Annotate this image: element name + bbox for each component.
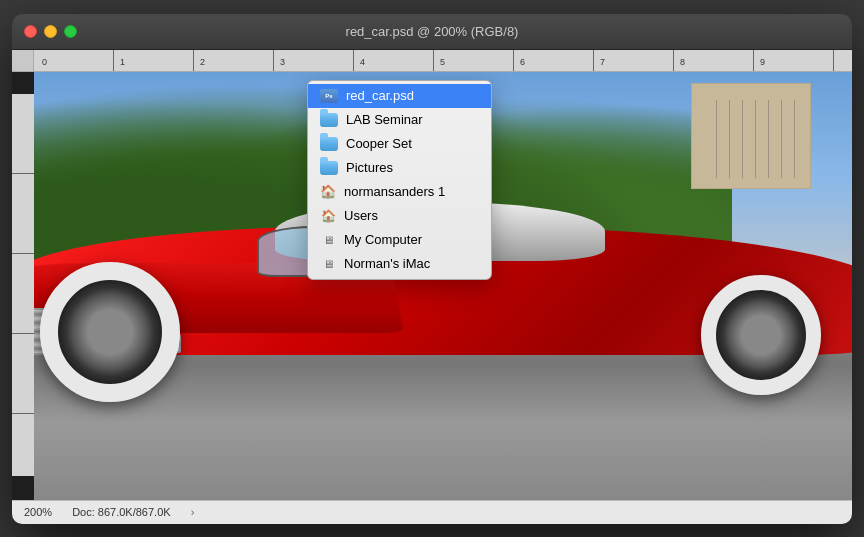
folder-icon-lab bbox=[320, 112, 338, 128]
ruler-num-0: 0 bbox=[42, 57, 47, 67]
ruler-num-4: 4 bbox=[360, 57, 365, 67]
menu-item-label: Cooper Set bbox=[346, 136, 412, 151]
menu-item-red-car-psd[interactable]: Ps red_car.psd bbox=[308, 84, 491, 108]
traffic-lights bbox=[24, 25, 77, 38]
ruler-corner bbox=[12, 50, 34, 72]
building bbox=[691, 83, 811, 189]
menu-item-normansanders[interactable]: 🏠 normansanders 1 bbox=[308, 180, 491, 204]
ruler-num-7: 7 bbox=[600, 57, 605, 67]
menu-item-normans-imac[interactable]: 🖥 Norman's iMac bbox=[308, 252, 491, 276]
imac-icon: 🖥 bbox=[320, 257, 336, 271]
doc-label: Doc: bbox=[72, 506, 95, 518]
status-arrow[interactable]: › bbox=[191, 506, 195, 518]
doc-info: Doc: 867.0K/867.0K bbox=[72, 506, 170, 518]
close-button[interactable] bbox=[24, 25, 37, 38]
menu-item-label: Users bbox=[344, 208, 378, 223]
psd-icon: Ps bbox=[320, 88, 338, 104]
wheel-rear bbox=[40, 262, 180, 402]
menu-item-my-computer[interactable]: 🖥 My Computer bbox=[308, 228, 491, 252]
zoom-level: 200% bbox=[24, 506, 52, 518]
canvas-area: TOO FLY Ps red_car.psd bbox=[12, 72, 852, 500]
breadcrumb-dropdown[interactable]: Ps red_car.psd LAB Seminar Cooper S bbox=[307, 80, 492, 280]
ruler-num-5: 5 bbox=[440, 57, 445, 67]
menu-item-lab-seminar[interactable]: LAB Seminar bbox=[308, 108, 491, 132]
ruler-num-6: 6 bbox=[520, 57, 525, 67]
menu-item-label: LAB Seminar bbox=[346, 112, 423, 127]
menu-item-label: red_car.psd bbox=[346, 88, 414, 103]
folder-icon-pictures bbox=[320, 160, 338, 176]
ruler-num-2: 2 bbox=[200, 57, 205, 67]
menu-item-label: Pictures bbox=[346, 160, 393, 175]
doc-size: 867.0K/867.0K bbox=[98, 506, 171, 518]
computer-icon: 🖥 bbox=[320, 233, 336, 247]
ruler-num-1: 1 bbox=[120, 57, 125, 67]
main-content: 0 1 2 3 4 5 6 7 8 9 bbox=[12, 50, 852, 524]
menu-item-label: My Computer bbox=[344, 232, 422, 247]
menu-item-users[interactable]: 🏠 Users bbox=[308, 204, 491, 228]
titlebar: red_car.psd @ 200% (RGB/8) bbox=[12, 14, 852, 50]
title-text: red_car.psd @ 200% (RGB/8) bbox=[346, 24, 519, 39]
menu-item-pictures[interactable]: Pictures bbox=[308, 156, 491, 180]
ruler-top: 0 1 2 3 4 5 6 7 8 9 bbox=[12, 50, 852, 72]
wheel-front bbox=[701, 275, 821, 395]
menu-item-label: normansanders 1 bbox=[344, 184, 445, 199]
maximize-button[interactable] bbox=[64, 25, 77, 38]
ruler-left-inner bbox=[12, 94, 34, 476]
ruler-num-9: 9 bbox=[760, 57, 765, 67]
status-bar: 200% Doc: 867.0K/867.0K › bbox=[12, 500, 852, 524]
minimize-button[interactable] bbox=[44, 25, 57, 38]
users-icon: 🏠 bbox=[320, 209, 336, 223]
photoshop-window: red_car.psd @ 200% (RGB/8) 0 1 2 3 4 5 6… bbox=[12, 14, 852, 524]
menu-item-label: Norman's iMac bbox=[344, 256, 430, 271]
home-icon: 🏠 bbox=[320, 185, 336, 199]
ruler-left bbox=[12, 94, 34, 476]
ruler-num-8: 8 bbox=[680, 57, 685, 67]
ruler-num-3: 3 bbox=[280, 57, 285, 67]
folder-icon-cooper bbox=[320, 136, 338, 152]
window-title: red_car.psd @ 200% (RGB/8) bbox=[346, 24, 519, 39]
menu-item-cooper-set[interactable]: Cooper Set bbox=[308, 132, 491, 156]
